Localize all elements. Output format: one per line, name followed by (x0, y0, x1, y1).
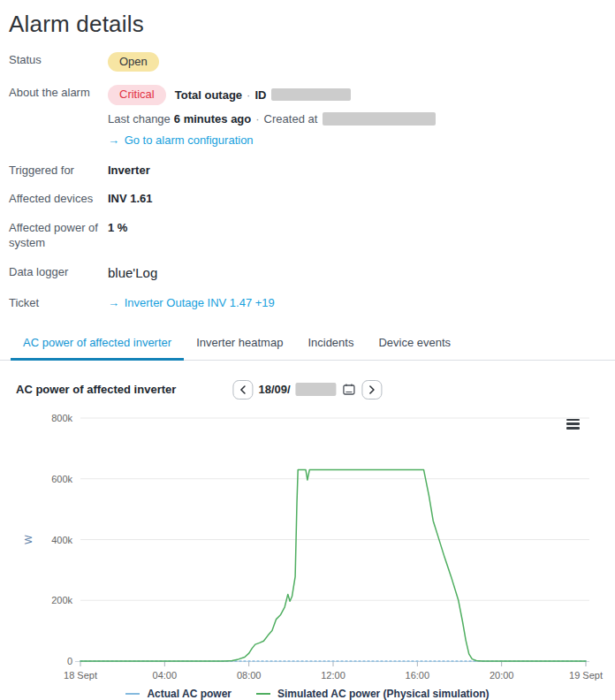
svg-text:600k: 600k (51, 473, 72, 483)
arrow-right-icon: → (108, 296, 119, 309)
affected-devices-value: INV 1.61 (101, 187, 153, 207)
legend-item-actual-ac-power[interactable]: Actual AC power (125, 688, 232, 700)
ticket-link[interactable]: → Inverter Outage INV 1.47 +19 (108, 296, 275, 309)
severity-badge: Critical (108, 85, 166, 104)
status-row: Status Open (9, 49, 615, 72)
triggered-for-row: Triggered for Inverter (9, 159, 615, 179)
ac-power-chart: 0200k400k600k800kW18 Sept04:0008:0012:00… (0, 407, 615, 682)
chart-header: AC power of affected inverter 18/09/ (0, 380, 615, 403)
legend-item-simulated-ac-power[interactable]: Simulated AC power (Physical simulation) (256, 688, 490, 700)
created-at-label: Created at (264, 111, 318, 127)
status-label: Status (9, 49, 101, 68)
id-label: ID (254, 88, 266, 103)
affected-devices-label: Affected devices (9, 187, 101, 207)
data-logger-label: Data logger (9, 261, 101, 280)
chart-title: AC power of affected inverter (16, 383, 176, 396)
alarm-details-page: Alarm details Status Open About the alar… (0, 0, 615, 700)
svg-text:W: W (23, 534, 34, 544)
svg-text:18 Sept: 18 Sept (64, 670, 97, 681)
affected-power-value: 1 % (101, 217, 127, 236)
legend-label: Actual AC power (147, 688, 232, 700)
chart-context-menu-button[interactable] (566, 419, 580, 430)
alarm-configuration-link[interactable]: → Go to alarm configuration (108, 133, 254, 148)
arrow-right-icon: → (108, 133, 119, 147)
svg-text:800k: 800k (51, 413, 72, 423)
simulated-series-swatch-icon (256, 693, 270, 695)
legend-label: Simulated AC power (Physical simulation) (277, 688, 490, 700)
status-badge: Open (108, 52, 159, 72)
calendar-icon (343, 383, 356, 396)
svg-text:20:00: 20:00 (490, 670, 514, 681)
actual-series-swatch-icon (125, 693, 140, 695)
svg-text:16:00: 16:00 (406, 670, 430, 681)
ticket-row: Ticket → Inverter Outage INV 1.47 +19 (9, 292, 615, 311)
affected-power-label: Affected power of system (9, 217, 101, 251)
tab-inverter-heatmap[interactable]: Inverter heatmap (184, 327, 295, 360)
ticket-label: Ticket (9, 292, 101, 311)
about-label: About the alarm (9, 81, 101, 101)
separator: · (255, 111, 259, 127)
affected-power-row: Affected power of system 1 % (9, 217, 615, 251)
date-navigation: 18/09/ (232, 380, 382, 399)
next-day-button[interactable] (362, 380, 383, 399)
svg-text:400k: 400k (51, 534, 72, 544)
tab-ac-power-of-affected-inverter[interactable]: AC power of affected inverter (11, 327, 184, 360)
svg-text:08:00: 08:00 (237, 670, 262, 681)
redacted-alarm-id (271, 88, 351, 101)
triggered-for-label: Triggered for (9, 159, 101, 179)
last-change-value: 6 minutes ago (174, 111, 251, 127)
page-title: Alarm details (0, 11, 615, 38)
chart-area: 0200k400k600k800kW18 Sept04:0008:0012:00… (0, 407, 615, 682)
alarm-detail-rows: Status Open About the alarm Critical Tot… (0, 49, 615, 311)
svg-text:04:00: 04:00 (153, 670, 178, 681)
last-change-label: Last change (108, 111, 171, 127)
separator: · (247, 88, 250, 103)
hamburger-menu-icon (566, 419, 580, 422)
redacted-date-year (296, 383, 337, 396)
svg-text:19 Sept: 19 Sept (569, 670, 603, 681)
chevron-left-icon (239, 385, 247, 394)
selected-date: 18/09/ (258, 383, 290, 396)
previous-day-button[interactable] (232, 380, 253, 399)
data-logger-row: Data logger blue'Log (9, 261, 615, 282)
svg-text:0: 0 (67, 656, 72, 666)
redacted-created-at (323, 112, 436, 126)
tab-incidents[interactable]: Incidents (295, 327, 366, 360)
about-row: About the alarm Critical Total outage · … (9, 81, 615, 148)
affected-devices-row: Affected devices INV 1.61 (9, 187, 615, 207)
tab-bar: AC power of affected inverter Inverter h… (0, 327, 615, 361)
alarm-type: Total outage (175, 88, 242, 103)
chevron-right-icon (368, 385, 376, 394)
data-logger-value: blue'Log (101, 261, 157, 282)
tab-device-events[interactable]: Device events (366, 327, 463, 360)
svg-text:200k: 200k (51, 595, 72, 605)
calendar-button[interactable] (343, 383, 356, 396)
svg-text:12:00: 12:00 (321, 670, 345, 681)
triggered-for-value: Inverter (101, 159, 150, 179)
chart-legend: Actual AC power Simulated AC power (Phys… (0, 688, 615, 700)
